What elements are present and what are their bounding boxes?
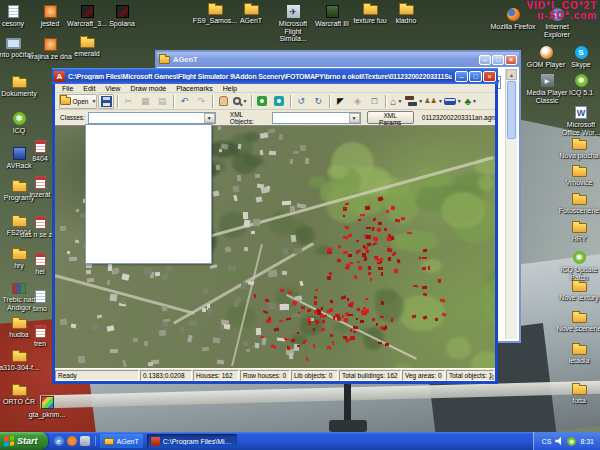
desktop-icon-agent[interactable]: AGenT: [228, 5, 274, 25]
map-building: [113, 267, 120, 273]
chevron-down-icon[interactable]: ▼: [349, 113, 360, 123]
toolbar-pan-tool-button[interactable]: [215, 94, 231, 109]
desktop-icon-label: emerald: [74, 50, 99, 58]
desktop-icon-skype[interactable]: SSkype: [558, 46, 600, 69]
volume-icon[interactable]: [555, 437, 563, 445]
desktop-icon-emerald[interactable]: emerald: [64, 38, 110, 58]
firefox-quicklaunch-icon[interactable]: [67, 436, 77, 446]
chevron-down-icon[interactable]: ▼: [472, 98, 477, 104]
taskbar-button-agent-app[interactable]: C:\Program Files\Micr...: [147, 434, 237, 448]
menu-help[interactable]: Help: [218, 85, 242, 92]
desktop-icon-nove-scenerie[interactable]: Nove scenerie: [556, 313, 600, 333]
desktop-icon-icq-5-1[interactable]: ✱ICQ 5.1: [558, 74, 600, 97]
desktop-icon-microsoft-office-wor[interactable]: WMicrosoft Office Wor...: [558, 106, 600, 136]
toolbar-house-objects-button[interactable]: ⌂▼: [388, 94, 404, 109]
toolbar-copy-button[interactable]: ▦: [137, 94, 153, 109]
maximize-button[interactable]: □: [469, 71, 482, 82]
minimize-button[interactable]: –: [455, 71, 468, 82]
toolbar-car-objects-button[interactable]: ▼: [405, 94, 423, 109]
desktop-icon-gta-pknm[interactable]: gta_pknm...: [24, 396, 70, 419]
menu-edit[interactable]: Edit: [78, 85, 100, 92]
start-button[interactable]: Start: [0, 432, 48, 450]
word-icon: W: [575, 106, 587, 119]
scroll-up-arrow[interactable]: ▲: [506, 69, 517, 80]
toolbar-rect-select-button[interactable]: □: [366, 94, 382, 109]
toolbar-rotate-left-button[interactable]: ↺: [293, 94, 309, 109]
xml-params-button[interactable]: XML Params: [367, 111, 414, 124]
toolbar-zoom-tool-button[interactable]: ▼: [232, 94, 248, 109]
toolbar-cut-button[interactable]: ✂: [120, 94, 136, 109]
folder-icon: [572, 313, 587, 323]
bg-close-button[interactable]: ×: [505, 55, 517, 65]
language-indicator[interactable]: CS: [542, 438, 552, 445]
desktop-icon-kladno[interactable]: kladno: [383, 5, 429, 25]
scroll-thumb[interactable]: [507, 81, 516, 139]
desktop-icon-hry[interactable]: HRY: [556, 223, 600, 243]
app-titlebar[interactable]: A C:\Program Files\Microsoft Games\Fligh…: [52, 68, 498, 84]
chevron-down-icon[interactable]: ▼: [204, 113, 215, 123]
chevron-down-icon[interactable]: ▼: [418, 98, 423, 104]
desktop-icon-fotta[interactable]: fotta: [556, 385, 600, 405]
desktop-icon-fotoscenerie[interactable]: Fotoscenerie: [556, 195, 600, 215]
toolbar-marker-teal-button[interactable]: [271, 94, 287, 109]
toolbar-vehicle-objects-button[interactable]: ▼: [444, 94, 462, 109]
desktop-icon-vrhovice[interactable]: Vrhovice: [556, 167, 600, 187]
toolbar-people-objects-button[interactable]: ♟♟▼: [424, 94, 443, 109]
agent-folder-titlebar[interactable]: AGenT – □ ×: [157, 52, 519, 67]
classes-combobox[interactable]: ▼: [88, 112, 216, 124]
classes-dropdown-list[interactable]: [85, 124, 212, 264]
xml-objects-combobox[interactable]: ▼: [272, 112, 361, 124]
menu-view[interactable]: View: [100, 85, 125, 92]
chevron-down-icon[interactable]: ▼: [438, 98, 443, 104]
desktop-icon-nova-plocha[interactable]: Nova plocha: [556, 140, 600, 160]
toolbar-undo-button[interactable]: ↶: [176, 94, 192, 109]
toolbar-tree-objects-button[interactable]: ♣▼: [463, 94, 479, 109]
desktop-icon-icq-update-patch[interactable]: ✱ICQ Update Patch: [556, 251, 600, 281]
map-marked-house: [319, 313, 323, 317]
toolbar-separator: [173, 95, 174, 108]
bg-minimize-button[interactable]: –: [479, 55, 491, 65]
taskbar-button-agent-folder[interactable]: AGenT: [100, 434, 143, 448]
map-marked-house: [270, 344, 276, 349]
chevron-down-icon[interactable]: ▼: [242, 98, 247, 104]
toolbar-open-button[interactable]: Open▼: [59, 94, 98, 109]
map-marked-house: [374, 256, 378, 259]
desktop-icon-label: Nove scenerie: [557, 325, 600, 333]
toolbar-snap-tool-button[interactable]: ◈: [349, 94, 365, 109]
map-building: [220, 325, 224, 330]
map-building: [290, 235, 295, 242]
map-marked-house: [356, 318, 358, 321]
toolbar-select-tool-button[interactable]: ◤: [332, 94, 348, 109]
menu-file[interactable]: File: [57, 85, 78, 92]
desktop-icon-icq[interactable]: ✱ICQ: [0, 112, 42, 135]
map-building: [234, 195, 238, 202]
icq-tray-icon[interactable]: ✱: [567, 437, 576, 446]
toolbar-marker-green-button[interactable]: [254, 94, 270, 109]
map-building: [187, 335, 192, 342]
desktop-icon-letadla[interactable]: letadla: [556, 345, 600, 365]
map-building: [262, 337, 268, 345]
chevron-down-icon[interactable]: ▼: [457, 98, 462, 104]
menu-draw-mode[interactable]: Draw mode: [125, 85, 171, 92]
desktop-icon-label: Fotoscenerie: [559, 207, 599, 215]
show-desktop-icon[interactable]: [80, 436, 90, 446]
desktop-icon-dokumenty[interactable]: Dokumenty: [0, 78, 42, 98]
status-bar: Ready0.1383;0.0208Houses: 162Row houses:…: [55, 368, 495, 381]
toolbar-rotate-right-button[interactable]: ↻: [310, 94, 326, 109]
toolbar-save-button[interactable]: [98, 94, 114, 109]
menu-placemarks[interactable]: Placemarks: [171, 85, 218, 92]
desktop-icon-a310-304-f[interactable]: a310-304-f...: [0, 352, 42, 372]
close-button[interactable]: ×: [483, 71, 496, 82]
ie-quicklaunch-icon[interactable]: e: [54, 436, 64, 446]
bg-window-scrollbar[interactable]: ▲: [505, 69, 517, 339]
chevron-down-icon[interactable]: ▼: [397, 98, 402, 104]
desktop-icon-nove-textury[interactable]: Nove textury: [556, 282, 600, 302]
desktop-icon-spolana[interactable]: Spolana: [99, 5, 145, 28]
folder-icon: [363, 5, 378, 15]
desktop-icon-label: hei: [35, 268, 44, 276]
toolbar-redo-button[interactable]: ↷: [193, 94, 209, 109]
toolbar-paste-button[interactable]: ▤: [154, 94, 170, 109]
bg-maximize-button[interactable]: □: [492, 55, 504, 65]
chevron-down-icon[interactable]: ▼: [91, 98, 96, 104]
car-objects-icon: [405, 96, 417, 106]
